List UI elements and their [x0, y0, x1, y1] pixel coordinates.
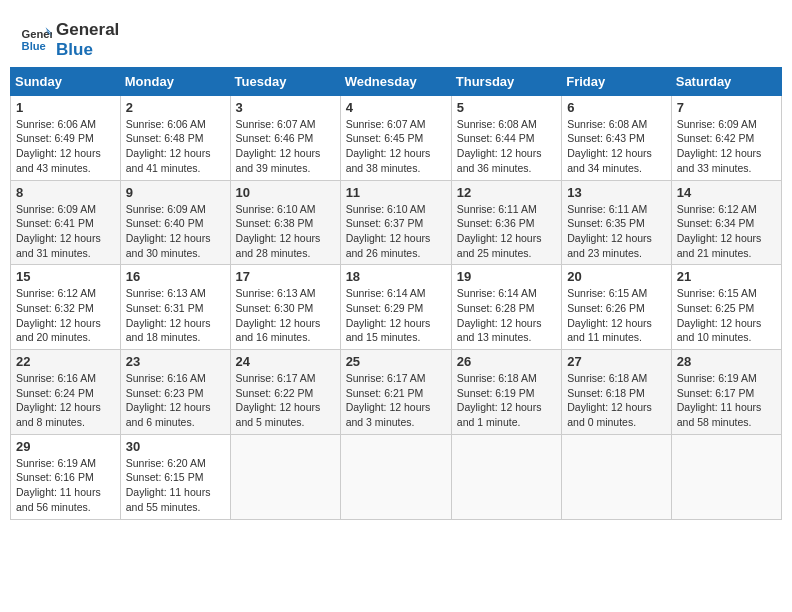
day-number: 24: [236, 354, 335, 369]
day-info: Sunrise: 6:07 AMSunset: 6:45 PMDaylight:…: [346, 117, 446, 176]
day-number: 7: [677, 100, 776, 115]
calendar-table: SundayMondayTuesdayWednesdayThursdayFrid…: [10, 67, 782, 520]
calendar-cell: 13 Sunrise: 6:11 AMSunset: 6:35 PMDaylig…: [562, 180, 672, 265]
svg-text:Blue: Blue: [22, 40, 46, 52]
calendar-cell: 2 Sunrise: 6:06 AMSunset: 6:48 PMDayligh…: [120, 95, 230, 180]
day-number: 27: [567, 354, 666, 369]
day-info: Sunrise: 6:08 AMSunset: 6:44 PMDaylight:…: [457, 117, 556, 176]
header-cell-monday: Monday: [120, 67, 230, 95]
day-number: 19: [457, 269, 556, 284]
calendar-cell: 27 Sunrise: 6:18 AMSunset: 6:18 PMDaylig…: [562, 350, 672, 435]
day-number: 10: [236, 185, 335, 200]
day-info: Sunrise: 6:06 AMSunset: 6:48 PMDaylight:…: [126, 117, 225, 176]
day-info: Sunrise: 6:11 AMSunset: 6:36 PMDaylight:…: [457, 202, 556, 261]
day-info: Sunrise: 6:06 AMSunset: 6:49 PMDaylight:…: [16, 117, 115, 176]
calendar-cell: 12 Sunrise: 6:11 AMSunset: 6:36 PMDaylig…: [451, 180, 561, 265]
calendar-cell: 22 Sunrise: 6:16 AMSunset: 6:24 PMDaylig…: [11, 350, 121, 435]
calendar-cell: 6 Sunrise: 6:08 AMSunset: 6:43 PMDayligh…: [562, 95, 672, 180]
day-number: 11: [346, 185, 446, 200]
logo-general: General: [56, 20, 119, 40]
calendar-cell: [451, 434, 561, 519]
calendar-cell: 7 Sunrise: 6:09 AMSunset: 6:42 PMDayligh…: [671, 95, 781, 180]
day-info: Sunrise: 6:19 AMSunset: 6:16 PMDaylight:…: [16, 456, 115, 515]
day-number: 22: [16, 354, 115, 369]
day-info: Sunrise: 6:10 AMSunset: 6:38 PMDaylight:…: [236, 202, 335, 261]
day-info: Sunrise: 6:07 AMSunset: 6:46 PMDaylight:…: [236, 117, 335, 176]
day-number: 17: [236, 269, 335, 284]
calendar-cell: 16 Sunrise: 6:13 AMSunset: 6:31 PMDaylig…: [120, 265, 230, 350]
day-info: Sunrise: 6:08 AMSunset: 6:43 PMDaylight:…: [567, 117, 666, 176]
header-cell-friday: Friday: [562, 67, 672, 95]
day-number: 3: [236, 100, 335, 115]
day-number: 1: [16, 100, 115, 115]
day-number: 23: [126, 354, 225, 369]
calendar-cell: 20 Sunrise: 6:15 AMSunset: 6:26 PMDaylig…: [562, 265, 672, 350]
day-number: 21: [677, 269, 776, 284]
day-info: Sunrise: 6:15 AMSunset: 6:26 PMDaylight:…: [567, 286, 666, 345]
calendar-cell: 19 Sunrise: 6:14 AMSunset: 6:28 PMDaylig…: [451, 265, 561, 350]
day-number: 15: [16, 269, 115, 284]
calendar-cell: 17 Sunrise: 6:13 AMSunset: 6:30 PMDaylig…: [230, 265, 340, 350]
calendar-cell: 10 Sunrise: 6:10 AMSunset: 6:38 PMDaylig…: [230, 180, 340, 265]
day-number: 16: [126, 269, 225, 284]
calendar-body: 1 Sunrise: 6:06 AMSunset: 6:49 PMDayligh…: [11, 95, 782, 519]
calendar-week-3: 15 Sunrise: 6:12 AMSunset: 6:32 PMDaylig…: [11, 265, 782, 350]
day-info: Sunrise: 6:12 AMSunset: 6:32 PMDaylight:…: [16, 286, 115, 345]
day-number: 4: [346, 100, 446, 115]
calendar-cell: 30 Sunrise: 6:20 AMSunset: 6:15 PMDaylig…: [120, 434, 230, 519]
day-number: 9: [126, 185, 225, 200]
day-number: 12: [457, 185, 556, 200]
day-info: Sunrise: 6:13 AMSunset: 6:31 PMDaylight:…: [126, 286, 225, 345]
calendar-cell: 24 Sunrise: 6:17 AMSunset: 6:22 PMDaylig…: [230, 350, 340, 435]
day-number: 2: [126, 100, 225, 115]
day-number: 29: [16, 439, 115, 454]
calendar-cell: 29 Sunrise: 6:19 AMSunset: 6:16 PMDaylig…: [11, 434, 121, 519]
day-info: Sunrise: 6:16 AMSunset: 6:24 PMDaylight:…: [16, 371, 115, 430]
logo-blue: Blue: [56, 40, 119, 60]
calendar-cell: 15 Sunrise: 6:12 AMSunset: 6:32 PMDaylig…: [11, 265, 121, 350]
header-cell-sunday: Sunday: [11, 67, 121, 95]
day-info: Sunrise: 6:13 AMSunset: 6:30 PMDaylight:…: [236, 286, 335, 345]
calendar-week-5: 29 Sunrise: 6:19 AMSunset: 6:16 PMDaylig…: [11, 434, 782, 519]
day-number: 5: [457, 100, 556, 115]
calendar-cell: 9 Sunrise: 6:09 AMSunset: 6:40 PMDayligh…: [120, 180, 230, 265]
calendar-cell: 3 Sunrise: 6:07 AMSunset: 6:46 PMDayligh…: [230, 95, 340, 180]
header-cell-wednesday: Wednesday: [340, 67, 451, 95]
calendar-week-4: 22 Sunrise: 6:16 AMSunset: 6:24 PMDaylig…: [11, 350, 782, 435]
day-info: Sunrise: 6:17 AMSunset: 6:21 PMDaylight:…: [346, 371, 446, 430]
calendar-cell: 14 Sunrise: 6:12 AMSunset: 6:34 PMDaylig…: [671, 180, 781, 265]
day-info: Sunrise: 6:09 AMSunset: 6:40 PMDaylight:…: [126, 202, 225, 261]
day-info: Sunrise: 6:14 AMSunset: 6:28 PMDaylight:…: [457, 286, 556, 345]
day-info: Sunrise: 6:16 AMSunset: 6:23 PMDaylight:…: [126, 371, 225, 430]
day-info: Sunrise: 6:09 AMSunset: 6:42 PMDaylight:…: [677, 117, 776, 176]
calendar-header: SundayMondayTuesdayWednesdayThursdayFrid…: [11, 67, 782, 95]
calendar-cell: 28 Sunrise: 6:19 AMSunset: 6:17 PMDaylig…: [671, 350, 781, 435]
day-number: 18: [346, 269, 446, 284]
header-cell-tuesday: Tuesday: [230, 67, 340, 95]
day-info: Sunrise: 6:20 AMSunset: 6:15 PMDaylight:…: [126, 456, 225, 515]
calendar-cell: 11 Sunrise: 6:10 AMSunset: 6:37 PMDaylig…: [340, 180, 451, 265]
day-number: 25: [346, 354, 446, 369]
day-info: Sunrise: 6:18 AMSunset: 6:18 PMDaylight:…: [567, 371, 666, 430]
calendar-cell: 18 Sunrise: 6:14 AMSunset: 6:29 PMDaylig…: [340, 265, 451, 350]
logo: General Blue General Blue: [20, 20, 119, 61]
calendar-cell: 4 Sunrise: 6:07 AMSunset: 6:45 PMDayligh…: [340, 95, 451, 180]
header-cell-thursday: Thursday: [451, 67, 561, 95]
day-info: Sunrise: 6:12 AMSunset: 6:34 PMDaylight:…: [677, 202, 776, 261]
calendar-cell: 21 Sunrise: 6:15 AMSunset: 6:25 PMDaylig…: [671, 265, 781, 350]
logo-icon: General Blue: [20, 24, 52, 56]
day-number: 8: [16, 185, 115, 200]
calendar-cell: 26 Sunrise: 6:18 AMSunset: 6:19 PMDaylig…: [451, 350, 561, 435]
calendar-cell: [230, 434, 340, 519]
header: General Blue General Blue: [10, 10, 782, 67]
day-number: 14: [677, 185, 776, 200]
header-cell-saturday: Saturday: [671, 67, 781, 95]
day-number: 26: [457, 354, 556, 369]
day-info: Sunrise: 6:18 AMSunset: 6:19 PMDaylight:…: [457, 371, 556, 430]
calendar-cell: 5 Sunrise: 6:08 AMSunset: 6:44 PMDayligh…: [451, 95, 561, 180]
day-info: Sunrise: 6:09 AMSunset: 6:41 PMDaylight:…: [16, 202, 115, 261]
calendar-cell: 1 Sunrise: 6:06 AMSunset: 6:49 PMDayligh…: [11, 95, 121, 180]
day-number: 30: [126, 439, 225, 454]
day-number: 6: [567, 100, 666, 115]
calendar-week-1: 1 Sunrise: 6:06 AMSunset: 6:49 PMDayligh…: [11, 95, 782, 180]
